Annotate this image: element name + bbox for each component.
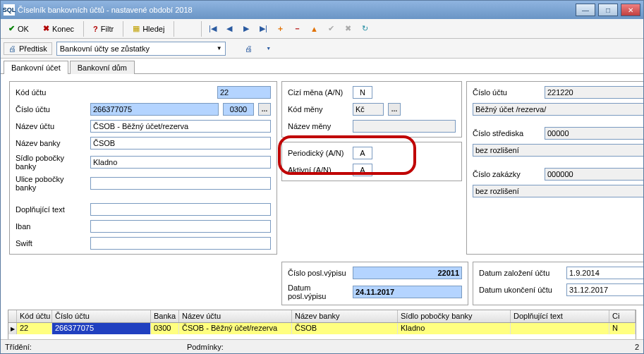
separator	[83, 21, 84, 37]
aktivni-label: Aktivní (A/N)	[288, 166, 348, 174]
panel-currency: Cizí měna (A/N) Kód měny… Název měny	[281, 81, 462, 138]
titlebar: SQL Číselník bankovních účtů - nastavené…	[1, 1, 643, 19]
iban-input[interactable]	[90, 220, 271, 233]
nazev-uctu-label: Název účtu	[16, 122, 86, 130]
nav-add[interactable]: ＋	[272, 21, 288, 37]
smer-input[interactable]	[223, 103, 254, 116]
main-toolbar: ✔OK ✖Konec ?Filtr ▦Hledej |◀ ◀ ▶ ▶| ＋ － …	[1, 19, 643, 39]
nav-last[interactable]: ▶|	[255, 21, 271, 37]
printer-icon: 🖨	[8, 44, 16, 53]
nazev-meny-input	[353, 120, 456, 133]
nav-prev[interactable]: ◀	[221, 21, 237, 37]
cell-banka: 0300	[151, 323, 179, 334]
preset-combo[interactable]: Bankovní účty se zůstatky▼	[56, 42, 226, 56]
swift-label: Swift	[16, 239, 86, 248]
cell-sidlo: Kladno	[398, 323, 511, 334]
nav-refresh[interactable]: ↻	[357, 21, 372, 37]
col-ci[interactable]: Ci	[609, 310, 636, 322]
separator	[174, 21, 174, 37]
status-count: 2	[635, 343, 639, 351]
print-dropdown[interactable]: ▼	[261, 41, 277, 56]
chevron-down-icon: ▼	[217, 45, 222, 51]
data-grid[interactable]: Kód účtu Číslo účtu Banka Název účtu Náz…	[8, 310, 636, 339]
du-input[interactable]	[566, 283, 643, 296]
separator	[123, 21, 123, 37]
question-icon: ?	[93, 25, 98, 33]
r-zakazka-input[interactable]	[545, 168, 643, 181]
maximize-button[interactable]: □	[598, 4, 618, 16]
nav-delete[interactable]: －	[289, 21, 305, 37]
panel-right: Číslo účtu… Číslo střediska… Číslo zakáz…	[466, 81, 643, 255]
cpv-label: Číslo posl.výpisu	[288, 269, 348, 277]
dpv-input[interactable]	[353, 286, 462, 298]
cell-nb: ČSOB	[292, 323, 398, 334]
row-marker: ▶	[8, 323, 17, 334]
hledej-button[interactable]: ▦Hledej	[126, 21, 171, 37]
sidlo-input[interactable]	[90, 156, 271, 169]
col-nb[interactable]: Název banky	[292, 310, 398, 322]
separator	[201, 21, 202, 37]
col-nazev[interactable]: Název účtu	[179, 310, 292, 322]
ulice-input[interactable]	[90, 177, 271, 190]
r-zakazka-label: Číslo zakázky	[473, 170, 540, 178]
cizi-mena-label: Cizí měna (A/N)	[288, 88, 348, 97]
aktivni-input[interactable]	[353, 164, 372, 176]
cell-dopl	[511, 323, 609, 334]
pretisk-button[interactable]: 🖨Předtisk	[4, 42, 52, 55]
dz-input[interactable]	[566, 267, 643, 279]
table-row[interactable]: ▶ 22 266377075 0300 ČSOB - Běžný účet/re…	[8, 323, 636, 334]
cislo-uctu-lookup[interactable]: …	[258, 103, 271, 116]
panel-dates: Datum založení účtu Datum ukončení účtu	[473, 262, 643, 305]
r-stredisko-label: Číslo střediska	[473, 129, 540, 138]
kod-meny-lookup[interactable]: …	[388, 103, 401, 116]
r-stredisko-desc	[473, 144, 643, 157]
cell-ci: N	[609, 323, 636, 334]
r-stredisko-input[interactable]	[545, 127, 643, 140]
swift-input[interactable]	[90, 237, 271, 250]
col-dopl[interactable]: Doplňující text	[511, 310, 609, 322]
cizi-mena-input[interactable]	[353, 86, 372, 99]
dz-label: Datum založení účtu	[479, 269, 562, 277]
nav-edit[interactable]: ▲	[306, 21, 322, 37]
tab-bankovni-ucet[interactable]: Bankovní účet	[4, 61, 68, 74]
col-banka[interactable]: Banka	[151, 310, 179, 322]
iban-label: Iban	[16, 222, 86, 231]
detail-tabs: Bankovní účet Bankovní dům	[1, 59, 643, 74]
konec-button[interactable]: ✖Konec	[37, 21, 80, 37]
periodicky-label: Periodický (A/N)	[288, 149, 348, 157]
cislo-uctu-input[interactable]	[90, 103, 219, 116]
print-button[interactable]: 🖨	[241, 41, 257, 56]
nazev-banky-input[interactable]	[90, 137, 271, 149]
nav-confirm[interactable]: ✔	[323, 21, 339, 37]
dopl-input[interactable]	[90, 203, 271, 216]
app-window: SQL Číselník bankovních účtů - nastavené…	[0, 0, 644, 354]
periodicky-input[interactable]	[353, 147, 372, 159]
r-cislo-uctu-input[interactable]	[545, 86, 643, 99]
content-area: Kód účtu Číslo účtu… Název účtu Název ba…	[1, 74, 643, 339]
nav-first[interactable]: |◀	[205, 21, 220, 37]
kod-meny-input[interactable]	[353, 103, 384, 116]
col-kod[interactable]: Kód účtu	[17, 310, 52, 322]
nav-cancel[interactable]: ✖	[340, 21, 356, 37]
sidlo-label: Sídlo pobočky banky	[16, 154, 86, 171]
form-area: Kód účtu Číslo účtu… Název účtu Název ba…	[1, 77, 643, 259]
col-sidlo[interactable]: Sídlo pobočky banky	[398, 310, 511, 322]
nazev-uctu-input[interactable]	[90, 120, 271, 133]
close-button[interactable]: ✕	[621, 4, 640, 16]
nazev-banky-label: Název banky	[16, 139, 86, 147]
dpv-label: Datum posl.výpisu	[288, 283, 348, 300]
kod-uctu-label: Kód účtu	[16, 88, 86, 97]
cpv-input[interactable]	[353, 267, 462, 279]
status-trideni: Třídění:	[5, 343, 32, 351]
ok-button[interactable]: ✔OK	[2, 21, 35, 37]
minimize-button[interactable]: —	[576, 4, 595, 16]
nav-next[interactable]: ▶	[238, 21, 254, 37]
filtr-button[interactable]: ?Filtr	[87, 21, 120, 37]
col-cislo[interactable]: Číslo účtu	[52, 310, 151, 322]
print-toolbar: 🖨Předtisk Bankovní účty se zůstatky▼ 🖨 ▼	[1, 39, 643, 59]
ulice-label: Ulice pobočky banky	[16, 175, 86, 192]
cislo-uctu-label: Číslo účtu	[16, 105, 86, 114]
du-label: Datum ukončení účtu	[479, 286, 562, 294]
tab-bankovni-dum[interactable]: Bankovní dům	[70, 61, 135, 74]
kod-uctu-input[interactable]	[217, 86, 271, 99]
